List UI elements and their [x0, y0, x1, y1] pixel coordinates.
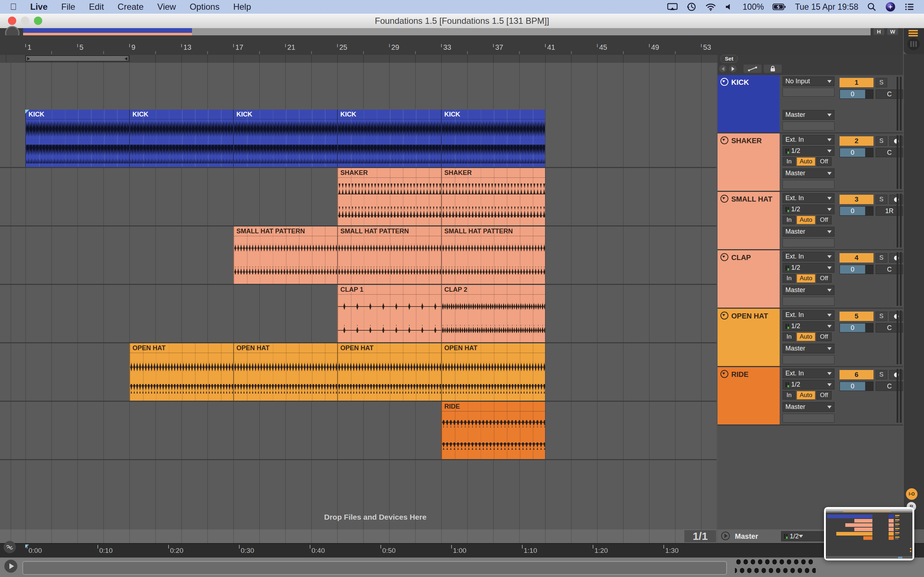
app-avatar-icon[interactable] — [885, 2, 896, 12]
arrangement-grid[interactable]: KICKKICKKICKKICKKICKSHAKERSHAKERSMALL HA… — [0, 63, 716, 529]
optimize-width-button[interactable]: W — [887, 28, 898, 35]
monitor-auto-button[interactable]: Auto — [796, 332, 815, 341]
input-channel-select[interactable]: 1/2 — [782, 321, 835, 331]
fold-track-icon[interactable] — [720, 253, 729, 261]
output-select[interactable]: Master — [782, 110, 835, 120]
monitor-auto-button[interactable]: Auto — [796, 216, 815, 224]
input-select[interactable]: Ext. In — [782, 252, 835, 261]
monitor-in-button[interactable]: In — [782, 332, 795, 341]
track-header[interactable]: SHAKER — [717, 134, 780, 191]
clip-small-hat-pattern[interactable]: SMALL HAT PATTERN — [337, 226, 441, 284]
draw-mode-button[interactable] — [743, 64, 762, 73]
track-header[interactable]: SMALL HAT — [717, 192, 780, 249]
clip-open-hat[interactable]: OPEN HAT — [129, 343, 233, 401]
fold-track-icon[interactable] — [720, 136, 729, 144]
fold-track-icon[interactable] — [720, 370, 729, 378]
volume-box[interactable]: 0 — [840, 148, 874, 157]
set-button[interactable]: Set — [720, 55, 738, 63]
input-channel-select[interactable]: 1/2 — [782, 263, 835, 272]
wifi-icon[interactable] — [705, 3, 716, 11]
menu-item-file[interactable]: File — [55, 2, 82, 12]
input-channel-select[interactable]: 1/2 — [782, 380, 835, 390]
clip-open-hat[interactable]: OPEN HAT — [233, 343, 337, 401]
spotlight-search-icon[interactable] — [867, 2, 876, 11]
monitor-auto-button[interactable]: Auto — [796, 391, 815, 400]
input-select[interactable]: Ext. In — [782, 369, 835, 378]
clip-kick[interactable]: KICK — [25, 110, 129, 167]
clip-view-toggle[interactable] — [3, 541, 16, 553]
menu-item-options[interactable]: Options — [183, 2, 226, 12]
track-header[interactable]: CLAP — [717, 250, 780, 308]
monitor-auto-button[interactable]: Auto — [796, 274, 815, 283]
io-section-toggle[interactable]: I-O — [905, 488, 918, 501]
clip-small-hat-pattern[interactable]: SMALL HAT PATTERN — [233, 226, 337, 284]
track-header[interactable]: OPEN HAT — [717, 309, 780, 366]
track-number-box[interactable]: 3 — [840, 195, 874, 204]
optimize-height-button[interactable]: H — [874, 28, 884, 35]
clip-shaker[interactable]: SHAKER — [337, 168, 441, 226]
monitor-off-button[interactable]: Off — [816, 391, 832, 400]
input-channel-select[interactable]: 1/2 — [782, 146, 835, 156]
back-arrow-button[interactable] — [719, 65, 727, 73]
monitor-in-button[interactable]: In — [782, 274, 795, 283]
beat-time-ruler[interactable]: 1591317212529333741454953 — [0, 35, 903, 55]
clip-kick[interactable]: KICK — [129, 110, 233, 167]
track-number-box[interactable]: 4 — [840, 253, 874, 263]
monitor-in-button[interactable]: In — [782, 391, 795, 400]
output-select[interactable]: Master — [782, 402, 835, 412]
solo-button[interactable]: S — [876, 195, 887, 204]
clip-small-hat-pattern[interactable]: SMALL HAT PATTERN — [441, 226, 545, 284]
forward-arrow-button[interactable] — [729, 65, 737, 73]
clip-kick[interactable]: KICK — [441, 110, 545, 167]
track-header[interactable]: KICK — [717, 75, 780, 132]
output-select[interactable]: Master — [782, 344, 835, 353]
volume-box[interactable]: 0 — [840, 265, 874, 274]
screenshot-thumbnail[interactable] — [824, 507, 914, 561]
solo-button[interactable]: S — [876, 370, 887, 379]
clip-kick[interactable]: KICK — [337, 110, 441, 167]
input-select[interactable]: Ext. In — [782, 135, 835, 145]
monitor-auto-button[interactable]: Auto — [796, 157, 815, 166]
monitor-in-button[interactable]: In — [782, 157, 795, 166]
track-header[interactable]: RIDE — [717, 367, 780, 424]
status-field[interactable] — [23, 561, 727, 575]
solo-button[interactable]: S — [876, 136, 887, 146]
input-select[interactable]: Ext. In — [782, 310, 835, 320]
arrangement-overview[interactable] — [23, 28, 871, 35]
monitor-off-button[interactable]: Off — [816, 274, 832, 283]
control-list-icon[interactable] — [905, 3, 914, 11]
output-select[interactable]: Master — [782, 227, 835, 237]
volume-box[interactable]: 0 — [840, 206, 874, 216]
menu-item-view[interactable]: View — [150, 2, 183, 12]
lock-envelopes-button[interactable] — [764, 64, 782, 73]
monitor-off-button[interactable]: Off — [816, 332, 832, 341]
fold-track-icon[interactable] — [720, 78, 729, 86]
display-mirror-icon[interactable] — [667, 3, 678, 11]
clip-ride[interactable]: RIDE — [441, 402, 545, 459]
volume-icon[interactable] — [725, 3, 734, 11]
input-channel-select[interactable]: 1/2 — [782, 205, 835, 214]
menu-item-create[interactable]: Create — [111, 2, 150, 12]
track-number-box[interactable]: 2 — [840, 136, 874, 146]
solo-button[interactable]: S — [876, 311, 887, 321]
master-track-name[interactable]: Master — [735, 529, 758, 543]
loop-start-marker[interactable] — [27, 57, 30, 61]
output-select[interactable]: Master — [782, 168, 835, 178]
track-number-box[interactable]: 6 — [840, 370, 874, 379]
clip-open-hat[interactable]: OPEN HAT — [337, 343, 441, 401]
monitor-off-button[interactable]: Off — [816, 216, 832, 224]
track-number-box[interactable]: 1 — [840, 78, 874, 87]
time-ruler[interactable]: 0:000:100:200:300:400:501:001:101:201:30 — [0, 543, 924, 558]
fold-track-icon[interactable] — [720, 195, 729, 203]
mixer-toggle-icon[interactable] — [908, 38, 920, 50]
input-select[interactable]: No Input — [782, 76, 835, 86]
arrangement-lines-icon[interactable] — [908, 30, 918, 37]
device-view-toggle[interactable] — [4, 560, 17, 573]
loop-end-marker[interactable] — [124, 57, 128, 61]
input-select[interactable]: Ext. In — [782, 193, 835, 203]
clip-clap-2[interactable]: CLAP 2 — [441, 285, 545, 342]
output-select[interactable]: Master — [782, 285, 835, 295]
time-machine-icon[interactable] — [687, 2, 696, 12]
loop-brace[interactable] — [25, 55, 129, 62]
volume-box[interactable]: 0 — [840, 382, 874, 391]
